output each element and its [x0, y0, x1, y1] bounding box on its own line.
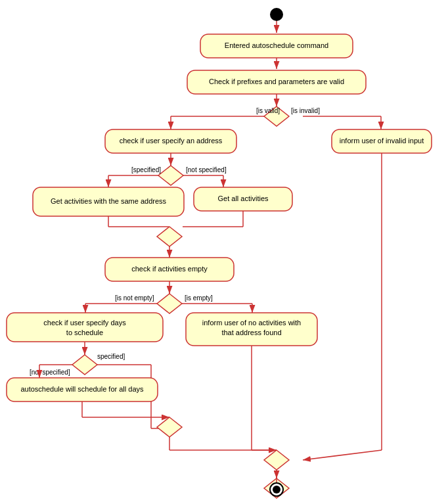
diamond-days	[72, 355, 97, 375]
label-is-invalid: [is invalid]	[291, 107, 320, 114]
label-specified: [specified]	[131, 166, 161, 173]
end-inner	[273, 486, 280, 493]
diamond-empty	[157, 294, 182, 313]
check-days-label2: to schedule	[66, 329, 103, 336]
diamond-specified	[158, 166, 183, 185]
inform-no-activities-label1: inform user of no activities with	[202, 319, 301, 327]
label-is-valid: [is valid]	[256, 107, 280, 114]
check-days-node	[7, 313, 163, 342]
check-days-label1: check if user specify days	[43, 319, 126, 327]
arrow-invalid-to-diamond7	[303, 450, 382, 460]
get-all-label: Get all activities	[217, 195, 269, 202]
diamond-merge2	[157, 417, 182, 437]
start-node	[270, 8, 283, 21]
label-is-empty: [is empty]	[185, 294, 213, 302]
entered-label: Entered autoschedule command	[225, 41, 328, 49]
check-empty-label: check if activities empty	[131, 265, 208, 273]
get-same-address-label: Get activities with the same address	[51, 197, 167, 205]
label-not-specified2: [not specified]	[30, 369, 70, 376]
inform-no-activities-label2: that address found	[221, 329, 281, 336]
label-not-specified: [not specified]	[186, 166, 227, 173]
diamond-merge	[157, 227, 182, 246]
label-specified2: specified]	[97, 353, 125, 360]
diamond-final-merge	[264, 450, 289, 470]
invalid-input-label: inform user of invalid input	[340, 137, 424, 145]
check-address-label: check if user specify an address	[120, 137, 223, 145]
autoschedule-all-label: autoschedule will schedule for all days	[20, 385, 144, 393]
label-is-not-empty: [is not empty]	[115, 294, 154, 302]
check-prefixes-label: Check if prefixes and parameters are val…	[209, 78, 344, 85]
